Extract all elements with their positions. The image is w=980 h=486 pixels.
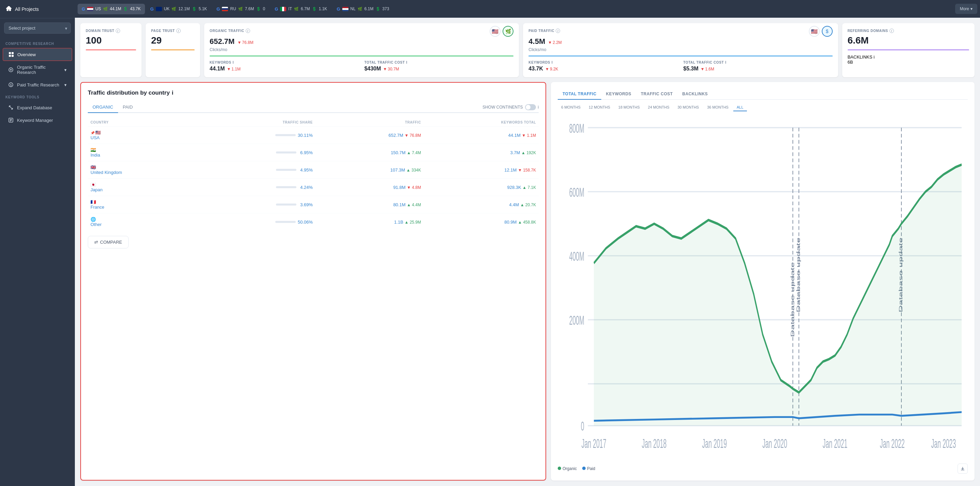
paid-dollar-circle[interactable]: $ — [822, 26, 833, 37]
sidebar-section-keyword: KEYWORD TOOLS Expand Database Keyword Ma… — [0, 91, 75, 127]
uk-paid: 5.1K — [199, 6, 207, 11]
country-link-uk[interactable]: United Kingdom — [91, 170, 190, 175]
organic-cost-info[interactable]: i — [406, 61, 407, 64]
page-trust-label: PAGE TRUST i — [151, 29, 195, 33]
show-continents-info[interactable]: i — [538, 105, 539, 110]
organic-traffic-info[interactable]: i — [246, 29, 250, 33]
svg-text:0: 0 — [581, 419, 584, 433]
overview-label: Overview — [18, 52, 36, 57]
country-link-other[interactable]: Other — [91, 222, 190, 227]
compare-button[interactable]: ⇄ COMPARE — [88, 236, 129, 249]
page-trust-card: PAGE TRUST i 29 — [146, 23, 200, 77]
google-logo-ru: G — [216, 6, 220, 11]
backlinks-info[interactable]: i — [873, 54, 875, 59]
ru-paid: 0 — [263, 6, 266, 11]
traffic-cell: 80.1M ▲ 4.4M — [315, 196, 424, 214]
organic-traffic-label: ORGANIC TRAFFIC i — [210, 29, 490, 33]
svg-rect-2 — [9, 55, 11, 57]
sidebar-item-overview[interactable]: Overview — [3, 48, 72, 61]
chart-download-button[interactable] — [958, 464, 968, 474]
traffic-share-cell: 3.69% — [193, 196, 315, 214]
paid-cost-info[interactable]: i — [725, 61, 726, 64]
nl-country: NL — [350, 6, 356, 11]
nav-tab-nl[interactable]: G NL 🌿 6.1M 💲 373 — [332, 4, 393, 14]
traffic-share-cell: 30.11% — [193, 127, 315, 144]
nav-more-button[interactable]: More ▾ — [955, 4, 977, 14]
col-traffic-share: TRAFFIC SHARE — [193, 118, 315, 127]
nav-tab-uk[interactable]: G UK 🌿 12.1M 💲 5.1K — [146, 4, 211, 14]
project-select[interactable]: Select project — [4, 22, 71, 34]
organic-traffic-change: ▼ 76.8M — [237, 40, 253, 45]
organic-keywords-change: ▼ 1.1M — [227, 67, 240, 72]
keywords-cell: 928.3K ▲ 7.1K — [424, 178, 539, 196]
uk-country: UK — [164, 6, 170, 11]
traffic-cell: 107.3M ▲ 334K — [315, 161, 424, 178]
organic-cost-block: TOTAL TRAFFIC COST i $430M ▼ 30.7M — [364, 61, 514, 72]
organic-keywords-block: KEYWORDS i 44.1M ▼ 1.1M — [210, 61, 359, 72]
time-tab-24m[interactable]: 24 MONTHS — [644, 104, 673, 111]
country-link-in[interactable]: India — [91, 153, 190, 158]
table-row: 🇮🇳India6.95%150.7M ▲ 7.4M3.7M ▲ 192K — [88, 144, 539, 161]
nav-tab-us[interactable]: G US 🌿 44.1M 💲 43.7K — [78, 4, 145, 14]
chart-tab-keywords[interactable]: KEYWORDS — [601, 89, 636, 100]
col-traffic: TRAFFIC — [315, 118, 424, 127]
organic-leaf-circle[interactable]: 🌿 — [503, 26, 514, 37]
svg-text:Jan 2018: Jan 2018 — [642, 437, 667, 451]
nav-tab-it[interactable]: G IT 🌿 6.7M 💲 1.1K — [270, 4, 331, 14]
country-link-fr[interactable]: France — [91, 204, 190, 210]
us-flag-circle[interactable]: 🇺🇸 — [490, 26, 501, 37]
country-link-jp[interactable]: Japan — [91, 187, 190, 192]
chart-type-tabs: TOTAL TRAFFIC KEYWORDS TRAFFIC COST BACK… — [558, 89, 968, 100]
us-paid: 43.7K — [130, 6, 140, 11]
bottom-row: Traffic distribution by country i ORGANI… — [80, 82, 975, 481]
time-tab-12m[interactable]: 12 MONTHS — [585, 104, 614, 111]
organic-flags: 🇺🇸 🌿 — [490, 26, 514, 37]
paid-keywords-change: ▼ 9.2K — [545, 67, 558, 72]
traffic-share-cell: 4.24% — [193, 178, 315, 196]
content-area: DOMAIN TRUST i 100 PAGE TRUST i 29 — [75, 18, 980, 486]
table-row: 📌🇺🇸USA30.11%652.7M ▼ 76.8M44.1M ▼ 1.1M — [88, 127, 539, 144]
keyword-tools-title: KEYWORD TOOLS — [0, 91, 75, 101]
time-tab-18m[interactable]: 18 MONTHS — [615, 104, 643, 111]
paid-traffic-value: 4.5M — [528, 37, 545, 46]
sidebar-item-expand[interactable]: Expand Database — [3, 101, 72, 114]
ru-flag — [222, 7, 228, 11]
sidebar-item-paid[interactable]: $ Paid Traffic Research ▾ — [3, 79, 72, 91]
sidebar-item-manager[interactable]: Keyword Manager — [3, 114, 72, 126]
sidebar-all-projects[interactable]: All Projects — [0, 0, 75, 18]
chart-tab-backlinks[interactable]: BACKLINKS — [678, 89, 713, 100]
traffic-tab-paid[interactable]: PAID — [118, 102, 137, 113]
chart-tab-total-traffic[interactable]: TOTAL TRAFFIC — [558, 89, 601, 100]
organic-keywords-info[interactable]: i — [233, 61, 234, 64]
paid-keywords-info[interactable]: i — [552, 61, 553, 64]
dollar-icon-uk: 💲 — [192, 7, 197, 11]
it-flag — [280, 7, 286, 11]
time-tab-all[interactable]: ALL — [733, 104, 747, 111]
manager-label: Keyword Manager — [17, 118, 53, 123]
paid-keywords-label: KEYWORDS i — [528, 61, 678, 64]
keywords-cell: 44.1M ▼ 1.1M — [424, 127, 539, 144]
backlinks-value: 6B — [848, 59, 969, 65]
us-flag-circle-paid[interactable]: 🇺🇸 — [809, 26, 820, 37]
paid-traffic-info[interactable]: i — [556, 29, 560, 33]
svg-marker-32 — [594, 165, 962, 426]
referring-domains-bar — [848, 49, 969, 50]
time-range-tabs: 6 MONTHS 12 MONTHS 18 MONTHS 24 MONTHS 3… — [558, 104, 968, 111]
time-tab-6m[interactable]: 6 MONTHS — [558, 104, 584, 111]
nav-tab-ru[interactable]: G RU 🌿 7.6M 💲 0 — [212, 4, 269, 14]
show-continents-toggle[interactable] — [525, 104, 536, 110]
traffic-dist-info[interactable]: i — [172, 89, 173, 96]
project-select-wrapper[interactable]: Select project — [4, 22, 71, 34]
time-tab-36m[interactable]: 36 MONTHS — [704, 104, 732, 111]
page-trust-info[interactable]: i — [176, 29, 181, 33]
traffic-tab-organic[interactable]: ORGANIC — [88, 102, 118, 113]
time-tab-30m[interactable]: 30 MONTHS — [674, 104, 702, 111]
country-link-us[interactable]: USA — [91, 135, 190, 140]
svg-text:Jan 2019: Jan 2019 — [702, 437, 727, 451]
chart-tab-traffic-cost[interactable]: TRAFFIC COST — [636, 89, 678, 100]
sidebar-item-organic[interactable]: Organic Traffic Research ▾ — [3, 61, 72, 78]
organic-keywords-label: KEYWORDS i — [210, 61, 359, 64]
domain-trust-info[interactable]: i — [116, 29, 120, 33]
organic-label: Organic Traffic Research — [17, 65, 61, 75]
referring-domains-info[interactable]: i — [889, 29, 894, 33]
